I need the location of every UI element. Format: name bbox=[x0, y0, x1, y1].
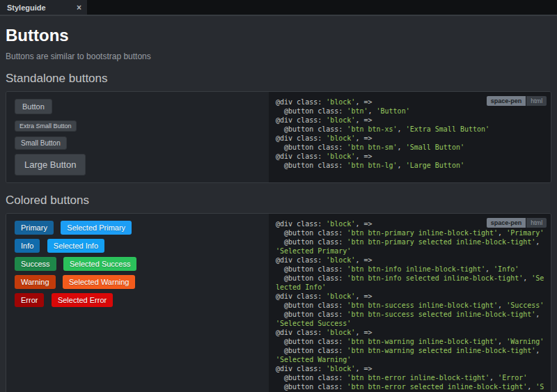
button-success[interactable]: Success bbox=[15, 257, 56, 271]
warning-row: Warning Selected Warning bbox=[15, 275, 260, 289]
tab-title: Styleguide bbox=[7, 3, 46, 12]
standalone-code-block: @div class: 'block', => @button class: '… bbox=[276, 97, 548, 170]
tab-styleguide[interactable]: Styleguide × bbox=[0, 0, 87, 15]
button-primary[interactable]: Primary bbox=[15, 221, 54, 235]
section-heading-colored: Colored buttons bbox=[6, 194, 551, 207]
button-error-selected[interactable]: Selected Error bbox=[52, 293, 113, 307]
badge-html[interactable]: html bbox=[526, 96, 547, 106]
section-heading-standalone: Standalone buttons bbox=[6, 72, 551, 86]
code-type-toggle: space-pen html bbox=[487, 218, 547, 228]
info-row: Info Selected Info bbox=[15, 239, 260, 253]
button-extra-small[interactable]: Extra Small Button bbox=[15, 120, 77, 132]
button-small[interactable]: Small Button bbox=[15, 136, 67, 150]
primary-row: Primary Selected Primary bbox=[15, 221, 260, 235]
styleguide-content: Buttons Buttons are similar to bootstrap… bbox=[0, 16, 557, 392]
badge-space-pen[interactable]: space-pen bbox=[487, 218, 526, 228]
success-row: Success Selected Success bbox=[15, 257, 260, 271]
button-primary-selected[interactable]: Selected Primary bbox=[61, 221, 132, 235]
page-title: Buttons bbox=[6, 26, 551, 45]
badge-html[interactable]: html bbox=[526, 218, 547, 228]
badge-space-pen[interactable]: space-pen bbox=[487, 96, 526, 106]
colored-panel: Primary Selected Primary Info Selected I… bbox=[6, 213, 551, 392]
page-subtitle: Buttons are similar to bootstrap buttons bbox=[6, 52, 551, 61]
button-info[interactable]: Info bbox=[15, 239, 40, 253]
colored-code-block: @div class: 'block', => @button class: '… bbox=[276, 219, 548, 392]
code-type-toggle: space-pen html bbox=[487, 96, 547, 106]
colored-code-area: space-pen html @div class: 'block', => @… bbox=[269, 214, 551, 392]
button-success-selected[interactable]: Selected Success bbox=[63, 257, 136, 271]
standalone-panel: Button Extra Small Button Small Button L… bbox=[6, 91, 551, 183]
tab-bar: Styleguide × bbox=[0, 0, 557, 16]
colored-example-area: Primary Selected Primary Info Selected I… bbox=[6, 214, 269, 392]
error-row: Error Selected Error bbox=[15, 293, 260, 307]
button-warning[interactable]: Warning bbox=[15, 275, 56, 289]
button-info-selected[interactable]: Selected Info bbox=[47, 239, 104, 253]
button-warning-selected[interactable]: Selected Warning bbox=[63, 275, 135, 289]
button-error[interactable]: Error bbox=[15, 293, 44, 307]
standalone-code-area: space-pen html @div class: 'block', => @… bbox=[269, 92, 551, 182]
button-large[interactable]: Large Button bbox=[15, 154, 86, 175]
standalone-example-area: Button Extra Small Button Small Button L… bbox=[6, 92, 269, 182]
button-default[interactable]: Button bbox=[15, 99, 52, 114]
close-icon[interactable]: × bbox=[77, 3, 81, 12]
